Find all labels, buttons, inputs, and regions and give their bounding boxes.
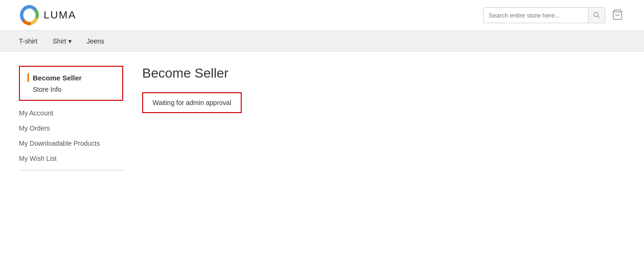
sidebar-item-my-account[interactable]: My Account	[19, 106, 123, 121]
sidebar-section-box: Become Seller Store Info	[19, 66, 123, 101]
header-right	[483, 7, 625, 24]
page-title: Become Seller	[142, 66, 625, 81]
sidebar: Become Seller Store Info My Account My O…	[19, 66, 123, 170]
sidebar-store-info[interactable]: Store Info	[27, 86, 115, 93]
nav-item-shirt[interactable]: Shirt ▾	[45, 31, 79, 51]
sidebar-divider	[19, 170, 123, 170]
cart-icon	[612, 9, 623, 20]
search-input[interactable]	[484, 12, 588, 19]
sidebar-item-my-wish-list[interactable]: My Wish List	[19, 151, 123, 166]
cart-button[interactable]	[610, 7, 625, 24]
nav-item-tshirt[interactable]: T-shirt	[19, 31, 45, 51]
logo-icon	[19, 5, 40, 26]
svg-line-2	[598, 16, 599, 18]
active-indicator	[27, 73, 29, 82]
search-button[interactable]	[588, 8, 605, 23]
search-bar	[483, 7, 605, 23]
nav-bar: T-shirt Shirt ▾ Jeens	[0, 31, 644, 52]
approval-message-text: Waiting for admin approval	[153, 99, 231, 106]
page-container: Become Seller Store Info My Account My O…	[0, 52, 644, 185]
svg-point-1	[594, 12, 598, 17]
sidebar-item-my-downloadable-products[interactable]: My Downloadable Products	[19, 136, 123, 151]
search-icon	[593, 12, 600, 18]
nav-item-jeens[interactable]: Jeens	[79, 31, 112, 51]
approval-message-box: Waiting for admin approval	[142, 92, 242, 113]
sidebar-menu: My Account My Orders My Downloadable Pro…	[19, 106, 123, 170]
chevron-down-icon: ▾	[68, 37, 72, 45]
logo-text: LUMA	[44, 9, 76, 21]
logo-area: LUMA	[19, 5, 76, 26]
main-content: Become Seller Waiting for admin approval	[142, 66, 625, 170]
sidebar-item-my-orders[interactable]: My Orders	[19, 121, 123, 136]
header: LUMA	[0, 0, 644, 31]
sidebar-become-seller: Become Seller	[27, 73, 115, 82]
